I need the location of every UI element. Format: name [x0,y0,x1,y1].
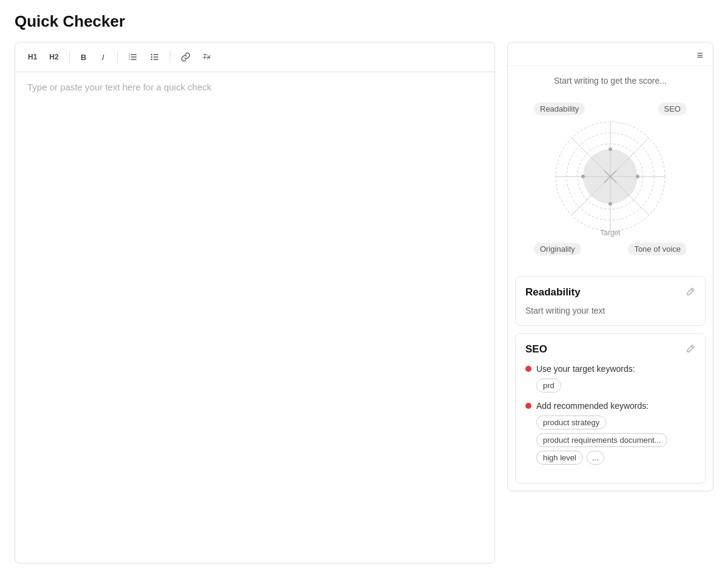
red-dot-target [525,366,531,372]
seo-item: Use your target keywords: prd [525,364,695,392]
editor-area[interactable]: Type or paste your text here for a quick… [15,72,494,563]
radar-svg [550,116,671,237]
readability-edit-icon[interactable] [686,287,695,298]
toolbar: H1 H2 B I 1 2 3 [15,42,494,72]
svg-point-7 [150,56,152,58]
toolbar-group: 1 2 3 [123,49,165,66]
target-keyword-tags: prd [525,379,695,392]
bold-button[interactable]: B [75,49,93,66]
link-icon [181,52,190,62]
score-panel: ≡ Start writing to get the score... Read… [507,42,713,491]
score-chart-section: Start writing to get the score... Readab… [508,66,713,269]
readability-header: Readability [525,286,695,298]
editor-panel: H1 H2 B I 1 2 3 [15,42,495,564]
svg-point-25 [636,175,639,178]
toolbar-group: Tx [175,49,216,66]
toolbar-divider-2 [117,51,118,63]
ordered-list-button[interactable]: 1 2 3 [123,49,143,66]
red-dot-recommended [525,403,531,409]
menu-icon[interactable]: ≡ [696,50,703,61]
h2-button[interactable]: H2 [44,49,64,66]
seo-edit-icon[interactable] [686,344,695,355]
toolbar-group: B I [75,49,112,66]
unordered-list-button[interactable] [144,49,165,66]
seo-title: SEO [525,343,547,355]
edit-icon [686,287,695,297]
radar-container: Readability SEO [525,94,695,264]
label-seo: SEO [658,103,687,115]
svg-point-24 [608,147,612,151]
main-layout: H1 H2 B I 1 2 3 [15,42,713,564]
svg-point-6 [150,54,152,55]
seo-edit-icon [686,344,695,354]
seo-item-label: Use your target keywords: [525,364,695,374]
score-status-text: Start writing to get the score... [517,76,703,86]
h1-button[interactable]: H1 [22,49,42,66]
svg-line-28 [691,289,693,291]
seo-header: SEO [525,343,695,355]
toolbar-divider-1 [69,51,70,63]
svg-point-8 [150,59,152,60]
readability-title: Readability [525,286,581,298]
label-tone: Tone of voice [628,243,687,255]
toolbar-group: H1 H2 [22,49,64,66]
label-readability: Readability [534,103,585,115]
target-label: Target [600,229,620,237]
keyword-tag-prd-long[interactable]: product requirements document... [536,433,667,447]
more-keywords-button[interactable]: ... [587,451,604,465]
page-title: Quick Checker [15,12,713,31]
svg-text:3: 3 [129,58,130,61]
seo-item: Add recommended keywords: product strate… [525,401,695,465]
editor-placeholder: Type or paste your text here for a quick… [27,82,212,92]
seo-item-label: Add recommended keywords: [525,401,695,411]
svg-point-27 [581,175,585,178]
svg-line-29 [691,346,693,348]
panel-header: ≡ [508,42,713,66]
toolbar-divider-3 [170,51,170,63]
label-originality: Originality [534,243,581,255]
readability-section: Readability Start writing your text [515,276,706,326]
clear-format-button[interactable]: Tx [197,49,216,66]
seo-section: SEO Use your target keywords: prd [515,333,706,483]
link-button[interactable] [175,49,196,66]
keyword-tag-product-strategy[interactable]: product strategy [536,416,606,429]
keyword-tag-prd[interactable]: prd [536,379,561,392]
ordered-list-icon: 1 2 3 [128,52,138,62]
unordered-list-icon [150,52,160,62]
italic-button[interactable]: I [94,49,112,66]
readability-status: Start writing your text [525,306,695,315]
recommended-keyword-tags: product strategy product requirements do… [525,416,695,465]
keyword-tag-high-level[interactable]: high level [536,451,583,465]
svg-point-26 [608,202,612,206]
